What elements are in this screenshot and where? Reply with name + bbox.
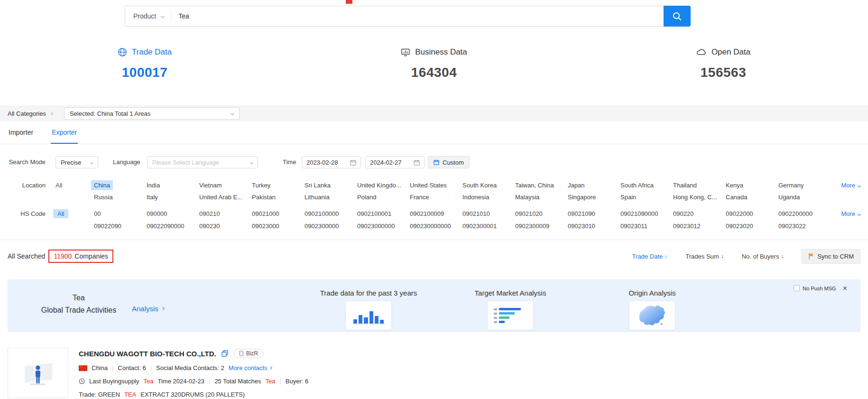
all-categories-link[interactable]: All Categories — [8, 110, 53, 117]
language-select[interactable]: Please Select Language — [147, 156, 258, 168]
location-option[interactable]: Canada — [723, 192, 750, 202]
search-input[interactable] — [172, 12, 664, 20]
location-option[interactable]: Spain — [618, 192, 639, 202]
hs-code-option[interactable]: 09021000 — [249, 209, 282, 219]
no-push-label: No Push MSG — [803, 286, 836, 291]
location-option[interactable]: Pakistan — [249, 192, 278, 202]
hs-code-option[interactable]: 09023020 — [723, 221, 756, 231]
hs-code-option[interactable]: 09023011 — [618, 221, 650, 231]
search-mode-select[interactable]: Precise — [55, 156, 98, 168]
hs-code-option[interactable]: 09022090 — [91, 221, 124, 231]
no-push-checkbox[interactable] — [794, 285, 800, 291]
close-icon[interactable]: × — [843, 285, 847, 291]
hs-code-options: 0902209009022090000090230090230000902300… — [91, 221, 828, 231]
location-more-link[interactable]: More — [841, 180, 860, 191]
tab-exporter[interactable]: Exporter — [51, 129, 78, 144]
location-option[interactable]: Italy — [144, 192, 161, 202]
location-option[interactable]: Hong Kong, C... — [670, 192, 720, 202]
chart-group-target-market[interactable]: Target Market Analysis — [453, 289, 567, 330]
time-label: Time — [283, 156, 296, 169]
hs-code-option[interactable]: 09023010 — [565, 221, 598, 231]
hs-code-option[interactable]: 0902200000 — [776, 209, 815, 219]
location-option[interactable]: Turkey — [249, 180, 273, 190]
custom-calendar-icon — [434, 159, 439, 165]
search-button[interactable] — [664, 6, 691, 27]
location-option[interactable]: Lithuania — [302, 192, 332, 202]
hs-code-option[interactable]: 090230 — [196, 221, 222, 231]
trade-data-link[interactable]: Trade Data — [118, 47, 172, 57]
location-option[interactable]: South Korea — [460, 180, 499, 190]
location-option[interactable]: Vietnam — [196, 180, 224, 190]
location-option[interactable]: France — [407, 192, 432, 202]
location-option[interactable]: United States — [407, 180, 450, 190]
hs-code-option[interactable]: 09021090 — [565, 209, 598, 219]
sort-no-of-buyers[interactable]: No. of Buyers ↓ — [742, 253, 784, 260]
hs-code-option[interactable]: 09021090000 — [618, 209, 661, 219]
chart-group-origin[interactable]: Origin Analysis — [595, 289, 709, 330]
hs-code-option[interactable]: 0902300000 — [302, 221, 342, 231]
location-option[interactable]: United Arab E... — [196, 192, 245, 202]
location-option[interactable]: China — [91, 180, 113, 190]
hs-code-more-link[interactable]: More — [841, 209, 860, 219]
hs-code-option[interactable]: 090000 — [144, 209, 170, 219]
location-option[interactable]: Kenya — [723, 180, 746, 190]
location-option[interactable]: Sri Lanka — [302, 180, 333, 190]
location-option[interactable]: Indonesia — [460, 192, 492, 202]
analysis-link[interactable]: Analysis — [132, 305, 164, 313]
hs-code-option[interactable]: 09021020 — [512, 209, 545, 219]
hs-code-option[interactable]: 09023000000 — [354, 221, 398, 231]
hs-code-option[interactable]: 0902100001 — [354, 209, 394, 219]
date-from-input[interactable]: 2023-02-28 — [302, 156, 361, 168]
more-contacts-link[interactable]: More contacts — [229, 364, 272, 371]
sort-trade-date[interactable]: Trade Date ↓ — [632, 253, 668, 260]
hs-code-option[interactable]: 0902300009 — [512, 221, 552, 231]
location-option[interactable]: United Kingdo... — [354, 180, 404, 190]
bizr-badge[interactable]: BizR — [233, 349, 264, 358]
hs-code-option[interactable]: 09022000 — [723, 209, 756, 219]
globe-icon — [118, 47, 127, 57]
location-option[interactable]: Germany — [776, 180, 806, 190]
company-thumbnail[interactable] — [8, 348, 68, 398]
location-all-option[interactable]: All — [55, 180, 62, 191]
hs-code-option[interactable]: 09022090000 — [144, 221, 187, 231]
chart-group-trade-data[interactable]: Trade data for the past 3 years — [312, 289, 425, 330]
location-option[interactable]: Malaysia — [512, 192, 542, 202]
location-option[interactable]: Taiwan, China — [512, 180, 557, 190]
sort-trades-sum[interactable]: Trades Sum ↓ — [685, 253, 723, 260]
copy-icon[interactable] — [222, 350, 228, 357]
location-option[interactable]: Singapore — [565, 192, 599, 202]
hs-code-option[interactable]: 0902300001 — [460, 221, 499, 231]
open-data-link[interactable]: Open Data — [696, 47, 750, 57]
hs-code-option[interactable]: 09021010 — [460, 209, 493, 219]
date-to-input[interactable]: 2024-02-27 — [365, 156, 425, 168]
custom-date-button[interactable]: Custom — [428, 156, 470, 168]
business-data-link[interactable]: Business Data — [401, 47, 467, 57]
hs-code-option[interactable]: 090230000000 — [407, 221, 454, 231]
location-option[interactable]: Thailand — [670, 180, 700, 190]
tab-importer[interactable]: Importer — [8, 129, 34, 144]
location-option[interactable]: Poland — [354, 192, 379, 202]
location-option[interactable]: Russia — [91, 192, 116, 202]
hs-code-option[interactable]: 090220 — [670, 209, 696, 219]
location-option[interactable]: Uganda — [776, 192, 803, 202]
stat-label: Business Data — [415, 47, 467, 57]
chevron-right-icon — [50, 111, 53, 115]
hs-code-option[interactable]: 0902100009 — [407, 209, 447, 219]
hs-code-option[interactable]: 00 — [91, 209, 103, 219]
company-name[interactable]: CHENGDU WAGOTT BIO-TECH CO.,LTD. — [79, 350, 216, 358]
hs-code-option[interactable]: 0902100000 — [302, 209, 342, 219]
chevron-down-icon — [858, 212, 861, 215]
location-option[interactable]: India — [144, 180, 163, 190]
bizr-icon — [239, 351, 244, 356]
location-option[interactable]: Japan — [565, 180, 587, 190]
hs-code-option[interactable]: 090210 — [196, 209, 222, 219]
area-select[interactable]: Selected: China Total 1 Areas — [64, 107, 240, 120]
location-option[interactable]: South Africa — [618, 180, 656, 190]
hs-code-option[interactable]: 09023000 — [249, 221, 282, 231]
sync-to-crm-button[interactable]: Sync to CRM — [802, 249, 860, 264]
hs-code-option[interactable]: 09023022 — [776, 221, 809, 231]
hs-code-all-option[interactable]: All — [53, 209, 68, 218]
company-name-row: CHENGDU WAGOTT BIO-TECH CO.,LTD. BizR — [79, 349, 308, 358]
search-category-select[interactable]: Product — [125, 12, 171, 20]
hs-code-option[interactable]: 09023012 — [670, 221, 703, 231]
